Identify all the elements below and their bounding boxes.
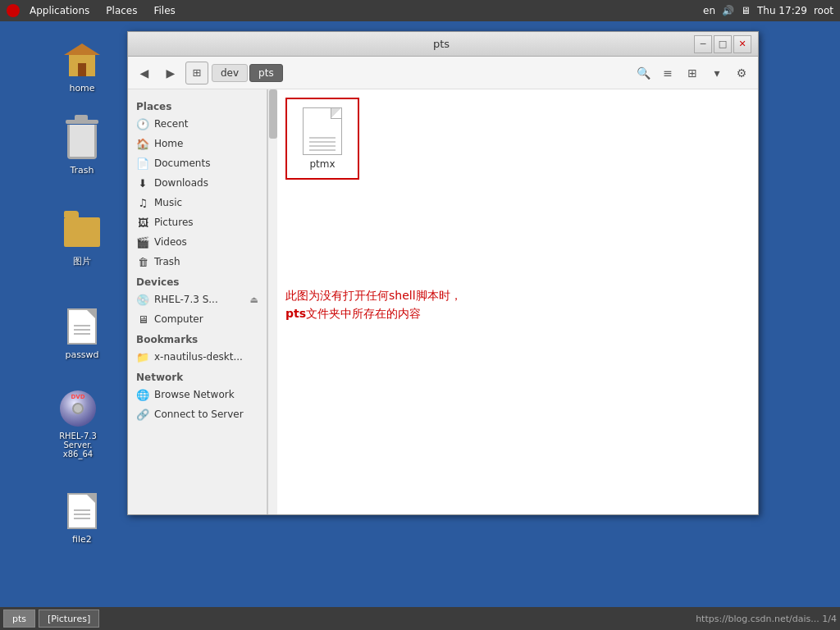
sidebar-item-browse-network[interactable]: 🌐 Browse Network bbox=[128, 385, 267, 404]
annotation: 此图为没有打开任何shell脚本时， pts文件夹中所存在的内容 bbox=[285, 286, 462, 323]
taskbar-item-pictures[interactable]: [Pictures] bbox=[39, 609, 99, 628]
dvd-icon-label: RHEL-7.3 Server.x86_64 bbox=[48, 431, 107, 459]
computer-icon: 🖥 bbox=[136, 313, 149, 326]
pictures-sidebar-label: Pictures bbox=[154, 217, 194, 228]
computer-label: Computer bbox=[154, 313, 203, 325]
toolbar-right: 🔍 ≡ ⊞ ▾ ⚙ bbox=[632, 62, 753, 84]
grid-view-button[interactable]: ⊞ bbox=[681, 62, 704, 84]
forward-button[interactable]: ▶ bbox=[159, 62, 182, 84]
desktop-icon-home[interactable]: home bbox=[49, 37, 115, 97]
breadcrumb: dev pts bbox=[212, 64, 628, 82]
bookmark-icon: 📁 bbox=[136, 350, 149, 363]
file-item-ptmx[interactable]: ptmx bbox=[285, 98, 359, 180]
passwd-icon-label: passwd bbox=[65, 349, 98, 360]
desktop-icon-passwd[interactable]: passwd bbox=[49, 304, 115, 363]
desktop-icon-pictures[interactable]: 图片 bbox=[49, 209, 115, 271]
home-icon-label: home bbox=[69, 83, 94, 94]
connect-server-label: Connect to Server bbox=[154, 409, 244, 420]
sidebar-item-connect-server[interactable]: 🔗 Connect to Server bbox=[128, 404, 267, 424]
desktop-icon-file2[interactable]: file2 bbox=[49, 488, 115, 548]
gnome-logo bbox=[7, 4, 20, 17]
devices-header: Devices bbox=[128, 272, 267, 290]
window-toolbar: ◀ ▶ ⊞ dev pts 🔍 ≡ ⊞ ▾ ⚙ bbox=[128, 57, 758, 89]
sidebar-item-downloads[interactable]: ⬇ Downloads bbox=[128, 173, 267, 193]
sidebar: Places 🕐 Recent 🏠 Home 📄 Documents ⬇ Dow… bbox=[128, 89, 267, 514]
trash-icon bbox=[62, 122, 102, 162]
desktop-icon-dvd[interactable]: DVD RHEL-7.3 Server.x86_64 bbox=[45, 386, 111, 462]
ptmx-file-name: ptmx bbox=[309, 158, 335, 170]
pictures-folder-icon bbox=[62, 212, 102, 252]
minimize-button[interactable]: ─ bbox=[694, 35, 712, 53]
main-content: ptmx 此图为没有打开任何shell脚本时， pts文件夹中所存在的内容 bbox=[277, 89, 758, 514]
top-panel-left: Applications Places Files bbox=[7, 3, 182, 18]
sidebar-item-documents[interactable]: 📄 Documents bbox=[128, 153, 267, 173]
annotation-line2-text: 文件夹中所存在的内容 bbox=[306, 307, 421, 320]
sidebar-item-computer[interactable]: 🖥 Computer bbox=[128, 309, 267, 329]
home-icon bbox=[62, 40, 102, 80]
files-menu[interactable]: Files bbox=[147, 3, 181, 18]
dvd-icon: DVD bbox=[58, 389, 98, 428]
sidebar-item-videos[interactable]: 🎬 Videos bbox=[128, 232, 267, 252]
recent-icon: 🕐 bbox=[136, 117, 149, 130]
sidebar-scrollbar-thumb[interactable] bbox=[269, 89, 277, 139]
xnautilus-label: x-nautilus-deskt... bbox=[154, 351, 243, 363]
desktop-icon-trash[interactable]: Trash bbox=[49, 119, 115, 179]
videos-icon: 🎬 bbox=[136, 235, 149, 249]
sort-dropdown-button[interactable]: ▾ bbox=[705, 62, 728, 84]
taskbar-right-text: https://blog.csdn.net/dais... 1/4 bbox=[696, 614, 837, 624]
breadcrumb-pts[interactable]: pts bbox=[249, 64, 283, 82]
documents-icon: 📄 bbox=[136, 157, 149, 170]
eject-icon[interactable]: ⏏ bbox=[250, 294, 258, 305]
applications-menu[interactable]: Applications bbox=[23, 3, 96, 18]
top-panel: Applications Places Files en 🔊 🖥 Thu 17:… bbox=[0, 0, 840, 21]
trash-sidebar-icon: 🗑 bbox=[136, 255, 149, 268]
browse-network-icon: 🌐 bbox=[136, 388, 149, 401]
taskbar-item-pts-label: pts bbox=[12, 614, 26, 624]
address-toggle-button[interactable]: ⊞ bbox=[185, 62, 208, 84]
music-icon: ♫ bbox=[136, 196, 149, 209]
list-view-button[interactable]: ≡ bbox=[656, 62, 679, 84]
home-sidebar-label: Home bbox=[154, 138, 183, 149]
places-menu[interactable]: Places bbox=[99, 3, 144, 18]
sidebar-item-recent[interactable]: 🕐 Recent bbox=[128, 114, 267, 134]
sidebar-item-xnautilus[interactable]: 📁 x-nautilus-deskt... bbox=[128, 347, 267, 367]
places-header: Places bbox=[128, 96, 267, 114]
trash-sidebar-label: Trash bbox=[154, 256, 180, 267]
close-button[interactable]: ✕ bbox=[733, 35, 751, 53]
maximize-button[interactable]: □ bbox=[714, 35, 732, 53]
annotation-bold: pts bbox=[285, 307, 306, 320]
back-button[interactable]: ◀ bbox=[133, 62, 156, 84]
browse-network-label: Browse Network bbox=[154, 389, 235, 400]
sidebar-item-pictures[interactable]: 🖼 Pictures bbox=[128, 212, 267, 232]
downloads-label: Downloads bbox=[154, 177, 208, 189]
sidebar-item-home[interactable]: 🏠 Home bbox=[128, 134, 267, 153]
clock: Thu 17:29 bbox=[757, 5, 807, 16]
window-controls: ─ □ ✕ bbox=[694, 35, 751, 53]
taskbar: pts [Pictures] https://blog.csdn.net/dai… bbox=[0, 607, 840, 630]
user-indicator[interactable]: root bbox=[814, 5, 833, 16]
passwd-file-icon bbox=[62, 307, 102, 346]
bookmarks-header: Bookmarks bbox=[128, 329, 267, 347]
search-button[interactable]: 🔍 bbox=[632, 62, 655, 84]
rhel-label: RHEL-7.3 S... bbox=[154, 294, 218, 305]
downloads-icon: ⬇ bbox=[136, 176, 149, 189]
dvd-sidebar-icon: 💿 bbox=[136, 293, 149, 306]
settings-button[interactable]: ⚙ bbox=[730, 62, 753, 84]
display-icon[interactable]: 🖥 bbox=[741, 5, 751, 16]
file-manager-window: pts ─ □ ✕ ◀ ▶ ⊞ dev pts 🔍 ≡ ⊞ ▾ ⚙ Places… bbox=[127, 31, 759, 515]
sidebar-item-music[interactable]: ♫ Music bbox=[128, 193, 267, 212]
breadcrumb-dev[interactable]: dev bbox=[212, 64, 248, 82]
volume-icon[interactable]: 🔊 bbox=[722, 5, 734, 16]
window-title: pts bbox=[189, 38, 694, 50]
recent-label: Recent bbox=[154, 118, 188, 130]
taskbar-item-pts[interactable]: pts bbox=[3, 609, 35, 628]
trash-icon-label: Trash bbox=[70, 165, 94, 176]
annotation-line1: 此图为没有打开任何shell脚本时， bbox=[285, 286, 462, 304]
sidebar-item-rhel[interactable]: 💿 RHEL-7.3 S... ⏏ bbox=[128, 290, 267, 309]
file2-icon bbox=[62, 491, 102, 531]
sidebar-scrollbar[interactable] bbox=[267, 89, 277, 514]
sidebar-item-trash[interactable]: 🗑 Trash bbox=[128, 252, 267, 272]
annotation-line2: pts文件夹中所存在的内容 bbox=[285, 304, 462, 322]
music-label: Music bbox=[154, 197, 182, 208]
home-sidebar-icon: 🏠 bbox=[136, 137, 149, 150]
